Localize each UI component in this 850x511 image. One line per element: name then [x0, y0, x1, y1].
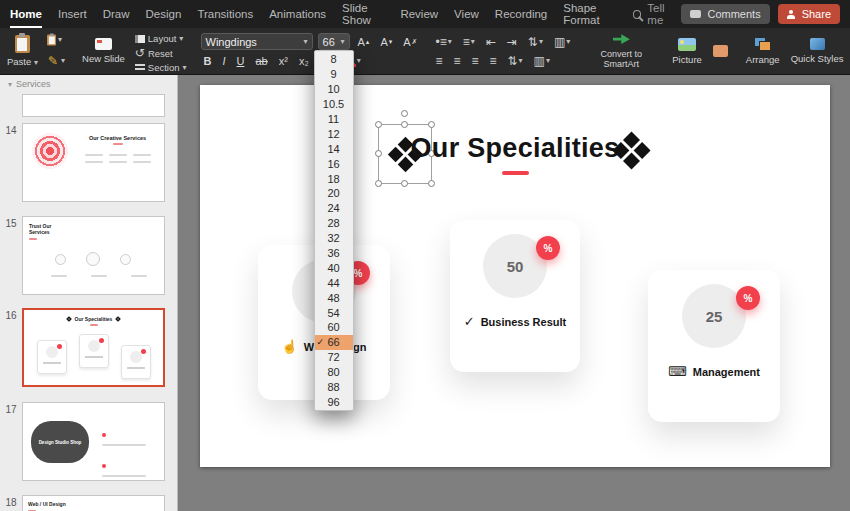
- chevron-down-icon: ▾: [304, 37, 308, 46]
- decrease-indent-button[interactable]: ⇤: [483, 34, 499, 50]
- card-business-result[interactable]: 50 % ✓ Business Result: [450, 220, 580, 372]
- resize-handle-nw[interactable]: [375, 121, 382, 128]
- font-size-option-36[interactable]: 36: [315, 246, 353, 261]
- card-management[interactable]: 25 % ⌨ Management: [648, 270, 780, 422]
- search-icon: [633, 10, 642, 19]
- slide-thumbnail-partial[interactable]: [22, 94, 165, 117]
- rotate-handle[interactable]: [401, 110, 408, 117]
- chevron-down-icon: ▾: [357, 56, 361, 65]
- font-name-combo[interactable]: Wingdings ▾: [201, 33, 313, 50]
- share-button[interactable]: Share: [778, 4, 840, 24]
- font-size-option-32[interactable]: 32: [315, 231, 353, 246]
- justify-button[interactable]: ≡: [487, 53, 500, 69]
- slide-editor[interactable]: Our Specialities % ☝ Web Design 50 % ✓ B…: [200, 85, 830, 467]
- picture-button[interactable]: Picture: [669, 30, 705, 72]
- font-size-option-24[interactable]: 24: [315, 201, 353, 216]
- line-spacing-button[interactable]: ⇅▾: [525, 34, 546, 50]
- format-painter-button[interactable]: ✎ ▾: [46, 53, 67, 69]
- font-size-option-96[interactable]: 96: [315, 394, 353, 409]
- menu-item-home[interactable]: Home: [10, 0, 42, 28]
- paste-button[interactable]: Paste ▾: [4, 30, 41, 72]
- font-size-option-54[interactable]: 54: [315, 305, 353, 320]
- reset-button[interactable]: ↺ Reset: [133, 45, 189, 61]
- superscript-button[interactable]: x²: [276, 54, 291, 68]
- text-direction-button[interactable]: ⇅▾: [505, 53, 526, 69]
- tell-me-search[interactable]: Tell me: [633, 2, 682, 26]
- underline-button[interactable]: U: [234, 54, 248, 68]
- slide-thumbnail-14[interactable]: Our Creative Services: [22, 123, 165, 202]
- columns-button[interactable]: ▥▾: [551, 34, 573, 50]
- percent-badge: %: [536, 236, 560, 260]
- placeholder-button[interactable]: [710, 30, 731, 72]
- font-size-option-66[interactable]: ✓66: [315, 335, 353, 350]
- font-size-option-40[interactable]: 40: [315, 260, 353, 275]
- menu-item-recording[interactable]: Recording: [495, 0, 547, 28]
- slide-thumbnail-15[interactable]: Trust Our Services: [22, 216, 165, 295]
- arrange-button[interactable]: Arrange: [743, 30, 783, 72]
- menu-item-transitions[interactable]: Transitions: [197, 0, 253, 28]
- font-size-option-16[interactable]: 16: [315, 156, 353, 171]
- section-button[interactable]: Section ▾: [133, 61, 189, 74]
- font-size-option-60[interactable]: 60: [315, 320, 353, 335]
- font-size-option-8[interactable]: 8: [315, 52, 353, 67]
- menu-item-review[interactable]: Review: [400, 0, 438, 28]
- quick-styles-button[interactable]: Quick Styles: [788, 30, 847, 72]
- font-size-option-20[interactable]: 20: [315, 186, 353, 201]
- resize-handle-sw[interactable]: [375, 180, 382, 187]
- slide-thumbnail-18[interactable]: Web / UI Design: [22, 495, 165, 511]
- resize-handle-se[interactable]: [428, 180, 435, 187]
- align-text-button[interactable]: ▥▾: [531, 53, 553, 69]
- comments-button[interactable]: Comments: [681, 4, 769, 24]
- font-size-option-72[interactable]: 72: [315, 350, 353, 365]
- italic-button[interactable]: I: [219, 54, 228, 68]
- bullet-list-icon: •≡: [435, 35, 446, 49]
- clipboard-ministack: ▾ ✎ ▾: [46, 30, 67, 72]
- resize-handle-ne[interactable]: [428, 121, 435, 128]
- font-size-option-10.5[interactable]: 10.5: [315, 97, 353, 112]
- slide-title[interactable]: Our Specialities: [200, 133, 830, 164]
- menu-item-shape-format[interactable]: Shape Format: [563, 0, 617, 28]
- font-size-option-28[interactable]: 28: [315, 216, 353, 231]
- font-size-option-80[interactable]: 80: [315, 365, 353, 380]
- menu-item-draw[interactable]: Draw: [103, 0, 130, 28]
- font-size-option-9[interactable]: 9: [315, 67, 353, 82]
- bullets-button[interactable]: •≡▾: [432, 34, 454, 50]
- align-left-button[interactable]: ≡: [432, 53, 445, 69]
- clear-formatting-button[interactable]: A✗: [400, 35, 420, 49]
- numbering-button[interactable]: ≡▾: [460, 34, 478, 50]
- font-size-option-11[interactable]: 11: [315, 112, 353, 127]
- font-size-option-88[interactable]: 88: [315, 380, 353, 395]
- strikethrough-button[interactable]: ab: [252, 54, 270, 68]
- resize-handle-s[interactable]: [401, 180, 408, 187]
- font-size-combo[interactable]: 66 ▾ 891010.5111214161820242832364044485…: [318, 33, 350, 50]
- font-size-option-44[interactable]: 44: [315, 275, 353, 290]
- align-center-button[interactable]: ≡: [450, 53, 463, 69]
- slide-thumbnail-17[interactable]: Design Studio Shop: [22, 402, 165, 481]
- font-size-option-18[interactable]: 18: [315, 171, 353, 186]
- convert-smartart-button[interactable]: Convert to SmartArt: [585, 30, 657, 72]
- justify-icon: ≡: [490, 54, 497, 68]
- menu-item-design[interactable]: Design: [146, 0, 182, 28]
- section-header-services[interactable]: ▾ Services: [0, 75, 177, 93]
- resize-handle-n[interactable]: [401, 121, 408, 128]
- slide-thumbnail-16-selected[interactable]: Our Specialities: [22, 308, 165, 387]
- menu-item-slide-show[interactable]: Slide Show: [342, 0, 384, 28]
- paragraph-row-1: •≡▾ ≡▾ ⇤ ⇥ ⇅▾ ▥▾: [432, 32, 573, 51]
- font-size-option-48[interactable]: 48: [315, 290, 353, 305]
- font-size-option-12[interactable]: 12: [315, 126, 353, 141]
- subscript-button[interactable]: x₂: [296, 54, 312, 68]
- decrease-font-size-button[interactable]: A▾: [377, 35, 395, 49]
- font-size-option-14[interactable]: 14: [315, 141, 353, 156]
- align-right-button[interactable]: ≡: [468, 53, 481, 69]
- increase-font-size-button[interactable]: A▴: [355, 35, 373, 49]
- menu-item-animations[interactable]: Animations: [269, 0, 326, 28]
- paste-special-button[interactable]: ▾: [46, 34, 67, 46]
- increase-indent-button[interactable]: ⇥: [504, 34, 520, 50]
- arrange-group: Arrange Quick Styles ▾: [743, 30, 850, 72]
- menu-item-view[interactable]: View: [454, 0, 479, 28]
- menu-item-insert[interactable]: Insert: [58, 0, 87, 28]
- new-slide-button[interactable]: New Slide: [79, 30, 128, 72]
- font-size-option-10[interactable]: 10: [315, 82, 353, 97]
- layout-button[interactable]: Layout ▾: [133, 32, 189, 45]
- bold-button[interactable]: B: [201, 54, 215, 68]
